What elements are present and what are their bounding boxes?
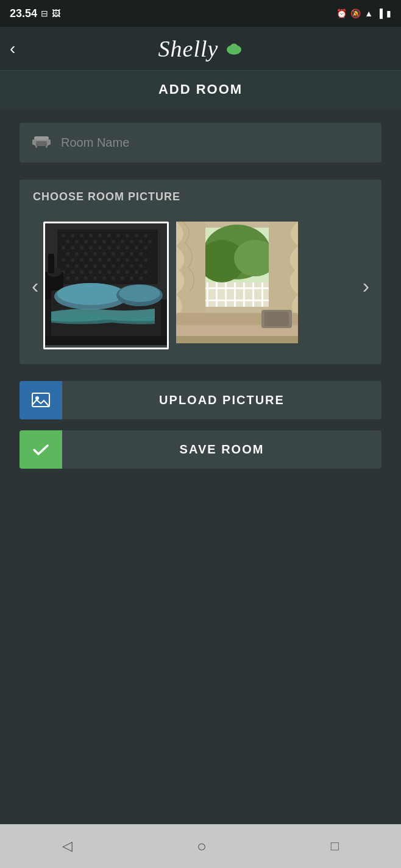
- svg-point-86: [102, 276, 106, 280]
- app-bar: ‹ Shelly: [0, 27, 401, 71]
- svg-point-20: [116, 234, 120, 237]
- svg-point-42: [135, 246, 138, 250]
- main-content: CHOOSE ROOM PICTURE ‹: [0, 108, 401, 824]
- svg-point-55: [80, 258, 83, 262]
- svg-rect-5: [36, 141, 47, 146]
- svg-point-124: [35, 396, 39, 400]
- svg-point-3: [230, 43, 238, 52]
- svg-point-46: [84, 252, 88, 256]
- svg-rect-108: [216, 282, 218, 307]
- svg-point-54: [71, 258, 74, 262]
- sim-icon: ⊟: [41, 9, 48, 18]
- svg-point-85: [93, 276, 97, 280]
- back-button[interactable]: ‹: [10, 40, 15, 57]
- svg-rect-13: [57, 229, 158, 284]
- svg-point-80: [135, 270, 138, 274]
- svg-point-64: [75, 264, 79, 268]
- nav-home-button[interactable]: ○: [197, 837, 207, 856]
- svg-point-22: [135, 234, 138, 237]
- page-title: ADD ROOM: [158, 82, 243, 97]
- svg-point-44: [66, 252, 69, 256]
- checkmark-icon: [30, 439, 51, 460]
- svg-point-79: [126, 270, 129, 274]
- carousel-next-button[interactable]: ›: [358, 270, 374, 301]
- svg-point-88: [121, 276, 124, 280]
- svg-point-27: [93, 240, 97, 243]
- picture-carousel: ‹: [20, 214, 381, 364]
- svg-point-90: [139, 276, 143, 280]
- svg-rect-121: [264, 312, 289, 326]
- svg-point-58: [107, 258, 111, 262]
- svg-point-28: [102, 240, 106, 243]
- battery-icon: ▮: [386, 9, 391, 18]
- bedroom-image: [45, 223, 167, 345]
- photo-icon: 🖼: [52, 9, 60, 18]
- svg-point-41: [126, 246, 129, 250]
- svg-point-32: [139, 240, 143, 243]
- svg-point-87: [112, 276, 115, 280]
- status-bar-left: 23.54 ⊟ 🖼: [10, 7, 60, 20]
- svg-point-67: [102, 264, 106, 268]
- status-bar-right: ⏰ 🔕 ▲ ▐ ▮: [336, 9, 391, 18]
- bedroom-image-wrapper[interactable]: [43, 222, 169, 349]
- save-room-button[interactable]: SAVE ROOM: [20, 430, 381, 469]
- svg-point-39: [107, 246, 111, 250]
- livingroom-image-wrapper[interactable]: [176, 222, 298, 349]
- svg-rect-115: [205, 299, 270, 301]
- svg-point-57: [98, 258, 102, 262]
- svg-point-17: [89, 234, 93, 237]
- svg-point-66: [93, 264, 97, 268]
- svg-point-74: [80, 270, 83, 274]
- svg-rect-93: [48, 254, 54, 273]
- choose-picture-section: CHOOSE ROOM PICTURE ‹: [20, 180, 381, 364]
- svg-point-15: [71, 234, 74, 237]
- svg-point-77: [107, 270, 111, 274]
- svg-rect-114: [205, 287, 270, 289]
- svg-rect-100: [45, 336, 167, 345]
- svg-rect-122: [176, 336, 298, 343]
- upload-picture-label: UPLOAD PICTURE: [62, 381, 381, 419]
- choose-picture-header: CHOOSE ROOM PICTURE: [20, 180, 381, 214]
- svg-rect-107: [207, 282, 208, 307]
- svg-rect-7: [48, 139, 51, 145]
- page-header: ADD ROOM: [0, 71, 401, 108]
- svg-point-37: [89, 246, 93, 250]
- svg-point-49: [112, 252, 115, 256]
- nav-recent-button[interactable]: □: [331, 838, 339, 854]
- sofa-icon: [32, 133, 51, 153]
- svg-point-51: [130, 252, 133, 256]
- svg-rect-9: [35, 145, 37, 148]
- svg-point-56: [89, 258, 93, 262]
- svg-point-38: [98, 246, 102, 250]
- svg-point-35: [71, 246, 74, 250]
- svg-point-36: [80, 246, 83, 250]
- nav-back-button[interactable]: ◁: [62, 838, 73, 854]
- svg-point-82: [66, 276, 69, 280]
- svg-point-16: [80, 234, 83, 237]
- svg-rect-6: [32, 139, 35, 145]
- logo-text: Shelly: [158, 35, 219, 62]
- save-icon-wrapper: [20, 430, 62, 469]
- svg-point-34: [62, 246, 65, 250]
- svg-point-43: [144, 246, 147, 250]
- svg-rect-10: [46, 145, 48, 148]
- room-name-input[interactable]: [61, 136, 369, 150]
- svg-point-18: [98, 234, 102, 237]
- carousel-prev-button[interactable]: ‹: [27, 270, 43, 301]
- svg-point-29: [112, 240, 115, 243]
- svg-point-84: [84, 276, 88, 280]
- svg-rect-8: [34, 136, 49, 140]
- cloud-icon: [225, 43, 243, 55]
- svg-point-40: [116, 246, 120, 250]
- signal-icon: ▐: [377, 9, 383, 18]
- upload-picture-button[interactable]: UPLOAD PICTURE: [20, 381, 381, 419]
- svg-point-68: [112, 264, 115, 268]
- svg-rect-112: [252, 282, 254, 307]
- svg-point-63: [66, 264, 69, 268]
- wifi-icon: ▲: [364, 9, 373, 18]
- svg-rect-109: [225, 282, 227, 307]
- svg-point-62: [144, 258, 147, 262]
- svg-point-60: [126, 258, 129, 262]
- svg-point-78: [116, 270, 120, 274]
- alarm-icon: ⏰: [336, 9, 347, 18]
